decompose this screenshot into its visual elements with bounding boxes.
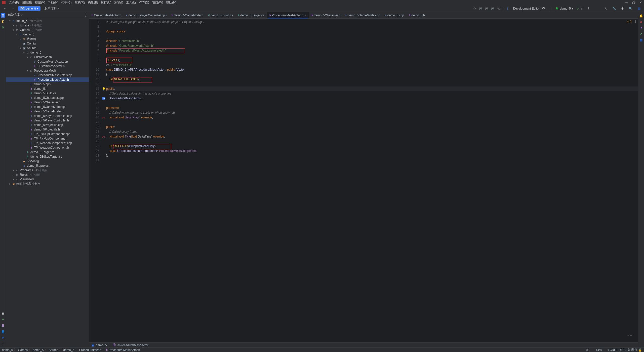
- gamepad-icon[interactable]: 🎮: [491, 7, 495, 11]
- sidebar-toggle-icon[interactable]: ▥: [636, 6, 642, 11]
- stop-button[interactable]: ◻: [581, 7, 584, 10]
- problems-tool-icon[interactable]: 👤: [1, 329, 5, 334]
- tree-row[interactable]: ▸cdemo_5.cpp: [6, 82, 89, 86]
- solution-panel-header[interactable]: 解决方案 ▾ ⋮: [6, 12, 89, 18]
- nav-crumb[interactable]: demo_5: [2, 348, 13, 352]
- todo-tool-icon[interactable]: ☰: [1, 323, 5, 328]
- vcs-selector[interactable]: 版本控制 ▾: [43, 6, 61, 11]
- coverage-tool-icon[interactable]: ✔: [639, 32, 643, 36]
- menu-item[interactable]: 重构(R): [73, 0, 87, 5]
- tree-row[interactable]: ▸hProceduralMeshActor.h: [6, 77, 89, 82]
- endpoints-tool-icon[interactable]: ▦: [639, 38, 643, 42]
- editor-tab[interactable]: #demo_5.Build.cs: [206, 12, 235, 18]
- implements-gutter-icon[interactable]: I⇢: [102, 97, 105, 100]
- close-button[interactable]: ✕: [639, 1, 642, 4]
- notifications-tool-icon[interactable]: 🔔: [639, 14, 643, 18]
- tree-row[interactable]: ▸cTP_PickUpComponent.cpp: [6, 132, 89, 136]
- editor-tab[interactable]: hdemo_5Character.h: [309, 12, 343, 18]
- caret-position[interactable]: 14:8: [596, 348, 601, 352]
- menu-item[interactable]: 运行(U): [99, 0, 113, 5]
- menu-item[interactable]: 代码(C): [60, 0, 73, 5]
- structure-tool-icon[interactable]: ⧉: [1, 25, 5, 30]
- tree-row[interactable]: ▸hdemo_5GameMode.h: [6, 109, 89, 114]
- tree-row[interactable]: ▸▣Config: [6, 41, 89, 46]
- tree-row[interactable]: ▸hTP_WeaponComponent.h: [6, 145, 89, 150]
- editor-tab[interactable]: hdemo_5.h: [407, 12, 427, 18]
- forward-button[interactable]: →: [10, 6, 16, 11]
- solution-tree[interactable]: ▾□demo_5· 49 个项目▾□Engine· 1 个项目▾□Games· …: [6, 18, 89, 347]
- editor-tab[interactable]: cdemo_5.cpp: [383, 12, 407, 18]
- tree-row[interactable]: ▸#demo_5.Build.cs: [6, 91, 89, 96]
- code-editor[interactable]: ⚠ 1 ⋮ // Fill out your copyright notice …: [106, 19, 638, 342]
- bookmarks-tool-icon[interactable]: ◧: [1, 19, 5, 24]
- more-tool-icon[interactable]: ⋃: [1, 341, 5, 346]
- gear-icon[interactable]: ⚙: [620, 6, 625, 11]
- warnings-badge[interactable]: ⚠ 1: [627, 20, 632, 23]
- translate-icon[interactable]: ⇆: [603, 6, 609, 11]
- tree-row[interactable]: ▸cProceduralMeshActor.cpp: [6, 73, 89, 77]
- tree-row[interactable]: ▸cCustomMeshActor.cpp: [6, 59, 89, 64]
- tree-row[interactable]: ▾□demo_5: [6, 32, 89, 37]
- breadcrumb-class[interactable]: AProceduralMeshActor: [117, 343, 148, 347]
- indent-icon[interactable]: ⇥: [606, 348, 609, 352]
- tree-row[interactable]: ▸hdemo_5Projectile.h: [6, 127, 89, 132]
- tree-row[interactable]: ▸cdemo_5GameMode.cpp: [6, 105, 89, 109]
- services-tool-icon[interactable]: ✳: [1, 317, 5, 322]
- terminal-tool-icon[interactable]: ▣: [1, 311, 5, 316]
- tree-row[interactable]: ▸hTP_PickUpComponent.h: [6, 136, 89, 141]
- tree-row[interactable]: ▾□Engine· 1 个项目: [6, 23, 89, 28]
- gamepad-icon[interactable]: 🎮: [479, 7, 483, 11]
- intention-bulb-icon[interactable]: 💡: [102, 87, 106, 91]
- menu-item[interactable]: VCS(S): [137, 0, 151, 5]
- debug-icon[interactable]: ⟩: [506, 7, 510, 11]
- editor-breadcrumb[interactable]: ▣ demo_5 〉 ⓒ AProceduralMeshActor: [89, 342, 638, 347]
- maximize-button[interactable]: ▢: [632, 1, 635, 4]
- tree-row[interactable]: ▸hCustomMeshActor.h: [6, 64, 89, 68]
- vcs-tool-icon[interactable]: ⅌: [1, 335, 5, 340]
- tree-row[interactable]: ▸□Visualizers: [6, 177, 89, 182]
- sync-icon[interactable]: ⟳: [473, 7, 477, 11]
- menu-item[interactable]: 工具(L): [125, 0, 137, 5]
- tree-row[interactable]: ▸⧉依赖项: [6, 37, 89, 41]
- tree-row[interactable]: ▸□Rules· 4 个项目: [6, 172, 89, 177]
- tree-row[interactable]: ▾▣Source: [6, 46, 89, 50]
- unreal-icon[interactable]: ⓤ: [497, 7, 501, 11]
- tree-row[interactable]: ▾□Games· 1 个项目: [6, 28, 89, 32]
- tree-row[interactable]: ▸udemo_5.uproject: [6, 163, 89, 168]
- nav-crumb[interactable]: ProceduralMesh: [79, 348, 101, 352]
- solution-tool-icon[interactable]: ▤: [1, 13, 5, 18]
- editor-more-icon[interactable]: ⋮: [634, 20, 637, 23]
- lock-icon[interactable]: 🔒: [638, 348, 642, 352]
- menu-item[interactable]: 帮助(H): [165, 0, 178, 5]
- tree-row[interactable]: ▸▣临时文件和控制台: [6, 182, 89, 186]
- tree-row[interactable]: ▾□demo_5: [6, 50, 89, 55]
- run-config-selector[interactable]: Development Editor | W...: [512, 6, 549, 11]
- tree-row[interactable]: ▸cdemo_5Projectile.cpp: [6, 123, 89, 127]
- debug-config-selector[interactable]: 🪲 demo_5 ▾: [554, 6, 575, 11]
- nav-crumb[interactable]: demo_5: [63, 348, 74, 352]
- tree-row[interactable]: ▸cTP_WeaponComponent.cpp: [6, 141, 89, 145]
- search-icon[interactable]: 🔍: [627, 6, 634, 11]
- gc-icon[interactable]: ⊕: [586, 348, 589, 352]
- tree-row[interactable]: ▾□demo_5· 49 个项目: [6, 19, 89, 23]
- override-gutter-icon[interactable]: ⬋o: [102, 136, 105, 138]
- nav-crumb[interactable]: Games: [18, 348, 28, 352]
- override-gutter-icon[interactable]: ⬋o: [102, 116, 105, 119]
- nav-breadcrumb[interactable]: demo_5〉Games〉demo_5〉Source〉demo_5〉Proced…: [2, 348, 140, 352]
- encoding[interactable]: UTF-8: [619, 348, 627, 352]
- menu-item[interactable]: 测试(I): [113, 0, 125, 5]
- editor-tab[interactable]: hProceduralMeshActor.h×: [267, 12, 309, 18]
- menu-item[interactable]: 导航(N): [47, 0, 60, 5]
- project-selector[interactable]: D5 demo_5 ▾: [18, 6, 41, 11]
- nav-crumb[interactable]: ProceduralMeshActor.h: [109, 348, 140, 352]
- panel-more-icon[interactable]: ⋮: [84, 13, 87, 17]
- tree-row[interactable]: ▾□ProceduralMesh: [6, 68, 89, 73]
- tree-row[interactable]: ▾□CustomMesh: [6, 55, 89, 59]
- tree-row[interactable]: ▸hdemo_5Character.h: [6, 100, 89, 105]
- editor-tab[interactable]: hdemo_5GameMode.h: [169, 12, 206, 18]
- breadcrumb-project[interactable]: demo_5: [96, 343, 107, 347]
- editor-tab[interactable]: #demo_5.Target.cs: [235, 12, 267, 18]
- run-button[interactable]: ▷: [577, 7, 579, 10]
- tree-row[interactable]: ▸cdemo_5PlayerController.cpp: [6, 114, 89, 118]
- more-button[interactable]: ⋮: [586, 6, 592, 11]
